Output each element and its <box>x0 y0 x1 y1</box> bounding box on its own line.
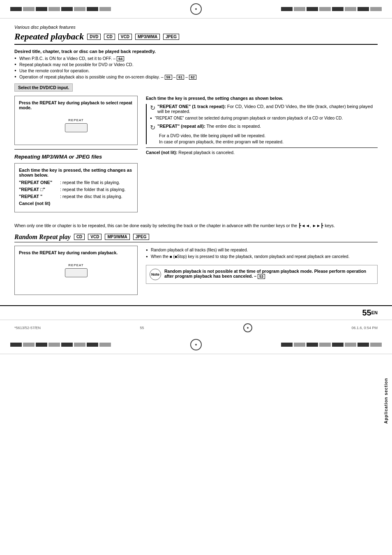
random-badge-vcd: VCD <box>88 234 101 240</box>
block-5 <box>61 7 73 11</box>
repeat-one-row: ↻ "REPEAT ONE" (1 track repeat): For CD,… <box>150 104 378 114</box>
section-label: Various disc playback features <box>14 25 378 30</box>
block-6 <box>74 7 85 11</box>
badge-jpeg: JPEG <box>163 34 179 40</box>
top-center-circle <box>190 3 202 15</box>
badge-cd: CD <box>104 34 115 40</box>
bblock-r7 <box>357 343 369 347</box>
block-8 <box>99 7 111 11</box>
page-title: Repeated playback DVD CD VCD MP3/WMA JPE… <box>14 31 378 45</box>
main-two-col: Press the REPEAT key during playback to … <box>14 96 378 216</box>
mp3-section-title: Repeating MP3/WMA or JPEG files <box>14 154 138 160</box>
bottom-decoration <box>0 336 392 354</box>
bullet-4: Operation of repeat playback also is pos… <box>14 74 378 79</box>
cancel-line: Cancel (not lit): Repeat playback is can… <box>146 147 378 155</box>
repeat-all-dvd-note: For a DVD video, the title being played … <box>159 133 378 138</box>
bottom-center-circle <box>243 323 252 332</box>
repeat-all-notes: For a DVD video, the title being played … <box>150 133 378 144</box>
page-number-area: 55 EN <box>0 305 392 320</box>
bblock-r8 <box>370 343 382 347</box>
bblock-r6 <box>345 343 356 347</box>
bottom-right-blocks <box>281 343 382 347</box>
block-7 <box>87 7 98 11</box>
page-container: Various disc playback features Repeated … <box>0 0 392 555</box>
repeat-key-label: REPEAT <box>68 118 83 122</box>
block-r6 <box>345 7 356 11</box>
page-suffix: EN <box>371 310 378 315</box>
repeat-one-bracket: ↻ "REPEAT ONE" (1 track repeat): For CD,… <box>146 104 378 144</box>
title-text: Repeated playback <box>14 31 84 42</box>
main-right-col: Each time the key is pressed, the settin… <box>146 96 378 216</box>
page-number: 55 <box>362 308 371 318</box>
random-badge-jpeg: JPEG <box>133 234 149 240</box>
bullet-1: When P.B.C. is ON for a Video CD, set it… <box>14 56 378 61</box>
left-instruction-text: Press the REPEAT key during playback to … <box>19 100 133 110</box>
random-instruction-box: Press the REPEAT key during random playb… <box>14 246 138 295</box>
bottom-left-text: *5613/52-57/EN <box>14 326 41 330</box>
cancel-label: Cancel (not lit): <box>146 150 177 155</box>
repeat-all-row: ↻ "REPEAT" (repeat all): The entire disc… <box>150 124 378 131</box>
mp3-instruction-box: Each time the key is pressed, the settin… <box>14 163 138 212</box>
repeat-one-label: "REPEAT ONE" (1 track repeat): <box>157 104 226 109</box>
bblock-8 <box>99 343 111 347</box>
mp3-desc-3: : repeat the disc that is playing. <box>60 194 133 199</box>
bottom-right-text: 06.1.6, 0:54 PM <box>351 326 378 330</box>
mp3-key-2: "REPEAT □" <box>19 187 60 192</box>
bblock-6 <box>74 343 85 347</box>
mp3-desc-2: : repeat the folder that is playing. <box>60 187 133 192</box>
ref-62: 62 <box>189 75 196 80</box>
app-section-sidebar: Application section <box>382 288 390 514</box>
repeat-one-note: "REPEAT ONE" cannot be selected during p… <box>150 116 378 120</box>
random-right-col: Random playback of all tracks (files) wi… <box>146 246 378 299</box>
random-badge-mp3wma: MP3/WMA <box>105 234 129 240</box>
block-r7 <box>357 7 369 11</box>
top-left-blocks <box>10 7 111 11</box>
top-right-blocks <box>281 7 382 11</box>
block-3 <box>36 7 47 11</box>
mp3-key-3: "REPEAT " <box>19 194 60 199</box>
badge-mp3wma: MP3/WMA <box>135 34 160 40</box>
repeat-all-label: "REPEAT" (repeat all): <box>157 124 205 129</box>
bottom-bar-circle <box>190 339 202 350</box>
repeat-one-text: "REPEAT ONE" (1 track repeat): For CD, V… <box>157 104 378 114</box>
random-key-button <box>65 268 88 277</box>
intro-bold-text: Desired title, chapter, track or disc ca… <box>14 49 378 54</box>
block-1 <box>10 7 22 11</box>
bullet-3: Use the remote control for operation. <box>14 68 378 73</box>
repeat-one-icon: ↻ <box>150 104 155 112</box>
bblock-r4 <box>319 343 331 347</box>
right-heading: Each time the key is pressed, the settin… <box>146 96 378 101</box>
note-icon: Note <box>150 269 161 280</box>
random-left-col: Press the REPEAT key during random playb… <box>14 246 138 299</box>
mp3-option-3: "REPEAT " : repeat the disc that is play… <box>19 194 133 199</box>
block-r5 <box>332 7 344 11</box>
block-2 <box>23 7 35 11</box>
bblock-5 <box>61 343 73 347</box>
app-section-text: Application section <box>384 378 388 424</box>
random-badge-cd: CD <box>74 234 85 240</box>
ref-61: 61 <box>177 75 184 80</box>
repeat-instruction-box: Press the REPEAT key during playback to … <box>14 96 138 145</box>
bblock-r3 <box>307 343 318 347</box>
bottom-left-blocks <box>10 343 111 347</box>
bottom-bar: *5613/52-57/EN 55 06.1.6, 0:54 PM <box>0 320 392 336</box>
repeat-key-illustration: REPEAT <box>19 114 133 136</box>
mp3-divider <box>14 149 138 150</box>
block-r8 <box>370 7 382 11</box>
ref-64: 64 <box>117 56 124 61</box>
random-title-text: Random Repeat play <box>14 233 71 241</box>
repeat-all-text: "REPEAT" (repeat all): The entire disc i… <box>157 124 261 129</box>
bottom-circle-dot <box>247 327 249 329</box>
mp3-desc-1: : repeat the file that is playing. <box>60 180 133 185</box>
block-r2 <box>294 7 305 11</box>
mp3-option-2: "REPEAT □" : repeat the folder that is p… <box>19 187 133 192</box>
select-input-label: Select the DVD/CD input. <box>14 83 73 92</box>
mp3-key-1: "REPEAT ONE" <box>19 180 60 185</box>
repeat-all-icon: ↻ <box>150 124 155 131</box>
bblock-r2 <box>294 343 305 347</box>
repeat-one-section: ↻ "REPEAT ONE" (1 track repeat): For CD,… <box>150 104 378 120</box>
ref-59: 59 <box>165 75 172 80</box>
note-main-text: Random playback is not possible at the t… <box>164 269 366 279</box>
badge-dvd: DVD <box>87 34 101 40</box>
repeat-key-button <box>65 123 88 132</box>
